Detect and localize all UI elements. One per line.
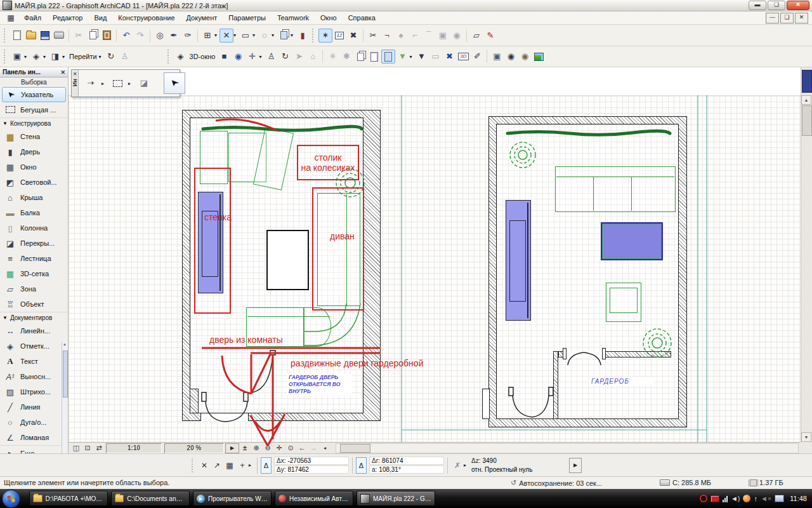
palette-expand-button[interactable]: ▶ bbox=[569, 458, 582, 473]
render-ball-icon[interactable]: ✱ bbox=[339, 50, 353, 64]
tool-door[interactable]: ▮Дверь bbox=[0, 144, 68, 159]
tool-zone[interactable]: ▱Зона bbox=[0, 281, 68, 297]
origin-icon[interactable]: ✕ bbox=[198, 461, 211, 470]
menu-design[interactable]: Конструирование bbox=[113, 13, 180, 23]
toolbar-drag-handle[interactable] bbox=[4, 29, 8, 43]
eyedropper-icon[interactable]: ✒ bbox=[167, 29, 181, 43]
taskbar-clock[interactable]: 11:48 bbox=[790, 495, 807, 502]
annotation-room-door[interactable]: дверь из комнаты bbox=[209, 335, 283, 345]
tray-input-icon[interactable]: ↑ bbox=[754, 495, 757, 502]
coord-angle-field[interactable]: а: 108,31° bbox=[369, 465, 444, 474]
snap-guides-icon[interactable]: ✕ bbox=[219, 29, 233, 43]
cursor-snap-dropdown[interactable]: ▾ bbox=[252, 32, 258, 38]
info-palette-tab[interactable]: ✕ Ин bbox=[72, 70, 79, 97]
tool-arc[interactable]: ○Дуга/о... bbox=[0, 415, 68, 430]
3d-axis-dropdown[interactable]: ▾ bbox=[259, 54, 264, 60]
tray-network-icon[interactable] bbox=[710, 495, 719, 502]
toolbox-close-icon[interactable]: ✕ bbox=[60, 69, 65, 76]
toolbar-drag-handle[interactable] bbox=[4, 50, 8, 64]
tool-line[interactable]: ╱Линия bbox=[0, 399, 68, 415]
3d-camera-icon[interactable]: ◉ bbox=[231, 50, 245, 64]
fly-through-icon[interactable]: ◉ bbox=[518, 50, 532, 64]
measure-icon[interactable]: 12 bbox=[332, 29, 346, 43]
stamp-icon[interactable]: ▣ bbox=[436, 29, 450, 43]
drag-mode-icon[interactable]: ⇢ bbox=[84, 76, 98, 90]
copy-icon[interactable] bbox=[86, 29, 100, 43]
polygon-edit-icon[interactable]: ▱ bbox=[469, 29, 483, 43]
relative-coords-icon[interactable]: ↗ bbox=[211, 461, 223, 470]
redo-icon[interactable]: ↷ bbox=[133, 29, 147, 43]
document-section-header[interactable]: ▼ Документиров bbox=[0, 312, 68, 323]
tool-window[interactable]: ▦Окно bbox=[0, 159, 68, 175]
delta-xy-button[interactable]: Δ bbox=[261, 457, 272, 474]
drop-terrain-icon[interactable]: ▼ bbox=[395, 50, 409, 64]
close-button[interactable]: ✕ bbox=[787, 1, 809, 10]
paste-icon[interactable] bbox=[100, 29, 114, 43]
menu-document[interactable]: Документ bbox=[181, 13, 223, 23]
tray-download-icon[interactable] bbox=[743, 495, 750, 502]
3d-window-icon[interactable]: ◈ bbox=[174, 50, 188, 64]
tool-object[interactable]: ♖Объект bbox=[0, 297, 68, 312]
fit-in-window-icon[interactable]: ⊙ bbox=[285, 443, 296, 453]
tray-display-icon[interactable] bbox=[775, 495, 784, 502]
cursor-snap-icon[interactable]: ▭ bbox=[239, 29, 252, 43]
minimize-button[interactable]: ▬ bbox=[749, 1, 766, 10]
tool-polyline[interactable]: ∠Ломаная bbox=[0, 430, 68, 445]
annotation-sliding-door[interactable]: раздвижные двери гардеробной bbox=[291, 358, 423, 368]
design-section-header[interactable]: ▼ Конструирова bbox=[0, 117, 68, 129]
camera-tool-icon[interactable]: ◉ bbox=[450, 29, 464, 43]
3d-document-icon[interactable]: 3D bbox=[456, 50, 470, 64]
vscrollbar-thumb[interactable] bbox=[802, 105, 812, 136]
annotate-pen-icon[interactable]: ✎ bbox=[483, 29, 497, 43]
brush-icon[interactable]: ✐ bbox=[470, 50, 484, 64]
tool-text[interactable]: AТекст bbox=[0, 354, 68, 369]
new-view-icon[interactable] bbox=[367, 50, 381, 64]
coord-flyout[interactable]: ▸ bbox=[249, 462, 254, 468]
eraser-icon[interactable]: ◪ bbox=[137, 76, 151, 90]
find-select-icon[interactable]: ◎ bbox=[153, 29, 167, 43]
taskbar-item-media-player[interactable]: ▶ Проигрыватель Win... bbox=[193, 491, 272, 506]
quick-layout-icon[interactable]: ◫ bbox=[70, 443, 82, 453]
taskbar-item-folder1[interactable]: D:\РАБОТА +\МОЯ Р... bbox=[29, 491, 108, 506]
plus-icon[interactable]: + bbox=[236, 461, 249, 470]
toolbar-drag-handle[interactable] bbox=[312, 29, 316, 43]
scale-button[interactable]: 1:10 bbox=[106, 443, 162, 453]
table-rectangle[interactable] bbox=[266, 230, 309, 290]
tool-level-dimension[interactable]: ◈Отметк... bbox=[0, 338, 68, 354]
adjust-icon[interactable]: ♠ bbox=[394, 29, 408, 43]
floor-plan-window-icon[interactable]: ▣ bbox=[10, 50, 24, 64]
canvas-vscrollbar[interactable]: ▲ ▼ bbox=[801, 67, 811, 442]
refresh-view-icon[interactable]: ⇄ bbox=[93, 443, 105, 453]
tray-signal-icon[interactable] bbox=[723, 495, 728, 502]
menu-options[interactable]: Параметры bbox=[223, 13, 271, 23]
filter-funnel-icon[interactable]: ▼ bbox=[414, 50, 428, 64]
gravity-flyout[interactable]: ▸ bbox=[464, 462, 469, 468]
zoom-box-icon[interactable]: ⊡ bbox=[82, 443, 93, 453]
orbit-icon[interactable]: ↻ bbox=[104, 50, 118, 64]
home-view-icon[interactable]: ⌂ bbox=[306, 50, 320, 64]
zoom-in-icon[interactable]: ⊕ bbox=[251, 443, 262, 453]
pointer-tool-button[interactable]: ➤ bbox=[164, 72, 185, 94]
start-button[interactable] bbox=[2, 490, 20, 508]
wardrobe-label[interactable]: ГАРДЕРОБ bbox=[589, 377, 655, 385]
tray-muted-icon[interactable]: ◄× bbox=[761, 495, 771, 502]
canvas-hscrollbar[interactable] bbox=[336, 443, 799, 453]
scroll-up-icon[interactable]: ▲ bbox=[801, 95, 811, 105]
tool-stair[interactable]: ≡Лестница bbox=[0, 251, 68, 266]
previous-zoom-icon[interactable]: ← bbox=[296, 443, 308, 453]
docked-palette-tab[interactable] bbox=[802, 70, 812, 93]
new-document-icon[interactable] bbox=[10, 29, 24, 43]
tool-slab[interactable]: ◪Перекры... bbox=[0, 236, 68, 251]
split-icon[interactable]: ✂ bbox=[366, 29, 380, 43]
gravity-icon[interactable]: ✗ bbox=[451, 461, 464, 470]
walk-icon[interactable]: ♙ bbox=[118, 50, 132, 64]
zoom-set-icon[interactable]: ± bbox=[239, 443, 251, 453]
tool-roof[interactable]: ⌂Крыша bbox=[0, 190, 68, 205]
tool-beam[interactable]: ▬Балка bbox=[0, 205, 68, 220]
annotation-sofa[interactable]: диван bbox=[330, 231, 355, 241]
doc-close-button[interactable]: ✕ bbox=[795, 13, 808, 23]
coffee-table-blue[interactable] bbox=[601, 222, 663, 260]
menu-view[interactable]: Вид bbox=[89, 13, 112, 23]
frame-icon[interactable]: ▭ bbox=[428, 50, 442, 64]
zoom-menu-button[interactable]: ▶ bbox=[225, 443, 239, 453]
